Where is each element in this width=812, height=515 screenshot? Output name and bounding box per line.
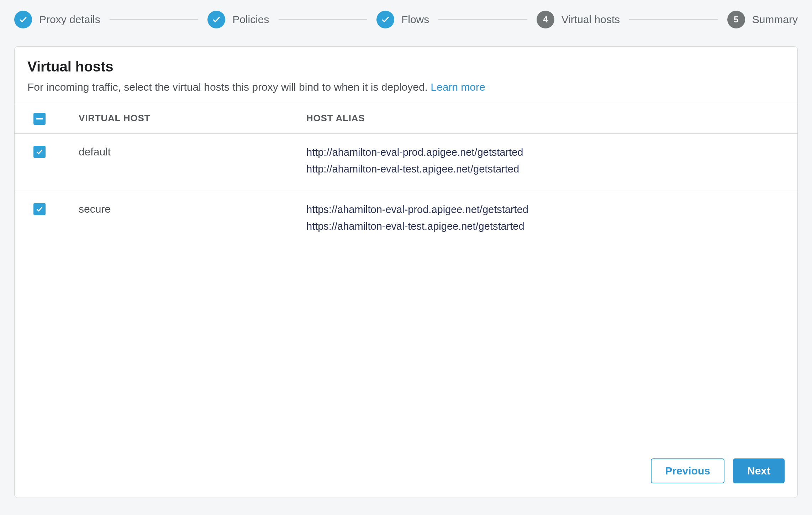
- step-connector: [110, 19, 198, 20]
- step-number-icon: 4: [537, 11, 554, 28]
- virtual-host-name: secure: [79, 191, 306, 225]
- indeterminate-icon: [36, 118, 43, 120]
- column-header-name: VIRTUAL HOST: [79, 113, 306, 124]
- host-alias: http://ahamilton-eval-prod.apigee.net/ge…: [306, 147, 797, 158]
- step-label: Summary: [752, 14, 798, 26]
- check-icon: [376, 11, 394, 28]
- row-checkbox[interactable]: [33, 146, 46, 158]
- host-alias: https://ahamilton-eval-test.apigee.net/g…: [306, 221, 797, 232]
- check-icon: [14, 11, 32, 28]
- step-summary[interactable]: 5 Summary: [727, 11, 798, 28]
- page-description: For incoming traffic, select the virtual…: [27, 81, 785, 93]
- table-header-row: VIRTUAL HOST HOST ALIAS: [15, 104, 797, 134]
- step-label: Proxy details: [39, 14, 100, 26]
- step-policies[interactable]: Policies: [207, 11, 269, 28]
- step-number-icon: 5: [727, 11, 745, 28]
- virtual-hosts-table: VIRTUAL HOST HOST ALIAS default http://a…: [15, 104, 797, 448]
- row-checkbox[interactable]: [33, 203, 46, 215]
- host-alias: http://ahamilton-eval-test.apigee.net/ge…: [306, 163, 797, 175]
- host-alias-cell: https://ahamilton-eval-prod.apigee.net/g…: [306, 191, 797, 248]
- column-header-alias: HOST ALIAS: [306, 113, 797, 124]
- table-row: default http://ahamilton-eval-prod.apige…: [15, 134, 797, 191]
- host-alias: https://ahamilton-eval-prod.apigee.net/g…: [306, 204, 797, 216]
- step-label: Virtual hosts: [561, 14, 620, 26]
- next-button[interactable]: Next: [733, 458, 785, 483]
- check-icon: [207, 11, 225, 28]
- step-connector: [438, 19, 527, 20]
- select-all-checkbox[interactable]: [33, 113, 46, 125]
- page-title: Virtual hosts: [27, 59, 785, 75]
- page-description-text: For incoming traffic, select the virtual…: [27, 81, 431, 93]
- step-proxy-details[interactable]: Proxy details: [14, 11, 100, 28]
- check-icon: [36, 206, 43, 213]
- learn-more-link[interactable]: Learn more: [431, 81, 485, 93]
- wizard-stepper: Proxy details Policies Flows 4 Virtual h…: [14, 11, 798, 28]
- step-virtual-hosts[interactable]: 4 Virtual hosts: [537, 11, 620, 28]
- step-label: Policies: [232, 14, 269, 26]
- wizard-footer: Previous Next: [15, 448, 797, 498]
- step-connector: [279, 19, 367, 20]
- check-icon: [36, 148, 43, 155]
- table-row: secure https://ahamilton-eval-prod.apige…: [15, 191, 797, 248]
- step-label: Flows: [401, 14, 429, 26]
- virtual-hosts-card: Virtual hosts For incoming traffic, sele…: [14, 46, 798, 498]
- host-alias-cell: http://ahamilton-eval-prod.apigee.net/ge…: [306, 134, 797, 191]
- previous-button[interactable]: Previous: [651, 458, 724, 483]
- step-flows[interactable]: Flows: [376, 11, 429, 28]
- virtual-host-name: default: [79, 134, 306, 168]
- step-connector: [629, 19, 718, 20]
